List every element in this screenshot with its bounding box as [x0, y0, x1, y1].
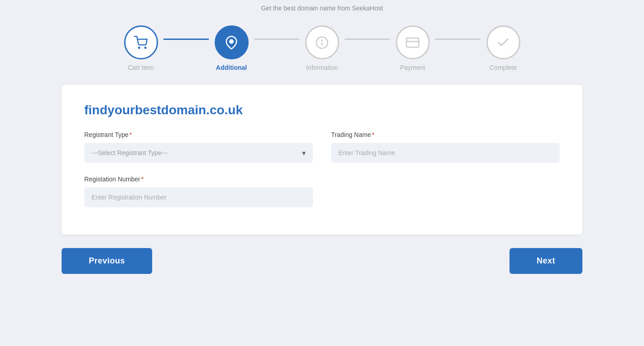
domain-title: findyourbestdomain.co.uk	[84, 103, 560, 117]
label-trading-name: Trading Name*	[331, 131, 560, 138]
svg-point-2	[230, 39, 233, 43]
step-circle-payment	[396, 25, 430, 59]
connector-4	[435, 39, 481, 40]
stepper: Cart Item Additional	[118, 25, 526, 71]
footer-buttons: Previous Next	[62, 248, 582, 283]
form-row-2: Registation Number*	[84, 175, 560, 207]
select-wrapper-registrant-type: ---Select Registrant Type--- Individual …	[84, 143, 313, 163]
step-label-cart-item: Cart Item	[128, 64, 154, 71]
label-registration-number: Registation Number*	[84, 175, 313, 183]
previous-button[interactable]: Previous	[62, 248, 152, 274]
step-cart-item: Cart Item	[118, 25, 163, 71]
step-circle-information	[305, 25, 339, 59]
connector-1	[163, 39, 209, 40]
step-label-payment: Payment	[400, 64, 425, 71]
connector-3	[345, 39, 390, 40]
step-circle-cart-item	[124, 25, 158, 59]
step-additional: Additional	[209, 25, 254, 71]
trading-name-input[interactable]	[331, 143, 560, 163]
top-tagline: Get the best domain name from SeekaHost	[261, 5, 383, 12]
svg-rect-6	[406, 38, 419, 47]
step-circle-additional	[215, 25, 249, 59]
connector-2	[254, 39, 299, 40]
form-group-trading-name: Trading Name*	[331, 131, 560, 163]
form-group-spacer	[331, 175, 560, 207]
svg-point-0	[139, 47, 140, 49]
step-payment: Payment	[390, 25, 435, 71]
step-label-information: Information	[306, 64, 338, 71]
step-circle-complete	[486, 25, 520, 59]
form-group-registration-number: Registation Number*	[84, 175, 313, 207]
step-complete: Complete	[481, 25, 526, 71]
stepper-wrapper: Cart Item Additional	[0, 25, 644, 71]
form-row-1: Registrant Type* ---Select Registrant Ty…	[84, 131, 560, 163]
step-label-additional: Additional	[216, 64, 247, 71]
svg-point-1	[145, 47, 146, 49]
label-registrant-type: Registrant Type*	[84, 131, 313, 138]
next-button[interactable]: Next	[509, 248, 582, 274]
registration-number-input[interactable]	[84, 187, 313, 207]
step-label-complete: Complete	[490, 64, 517, 71]
form-group-registrant-type: Registrant Type* ---Select Registrant Ty…	[84, 131, 313, 163]
step-information: Information	[299, 25, 345, 71]
form-card: findyourbestdomain.co.uk Registrant Type…	[62, 85, 582, 234]
registrant-type-select[interactable]: ---Select Registrant Type--- Individual …	[84, 143, 313, 163]
